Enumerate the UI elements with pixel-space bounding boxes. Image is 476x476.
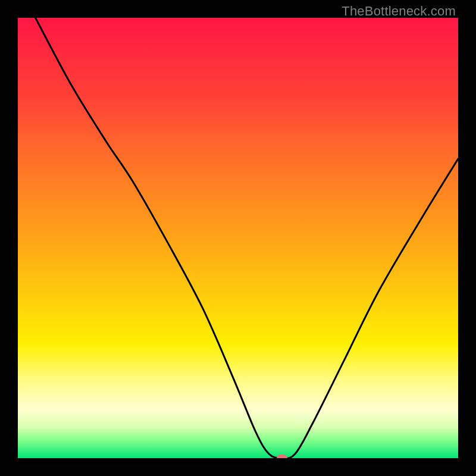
chart-frame: TheBottleneck.com: [0, 0, 476, 476]
bottleneck-curve: [36, 18, 458, 458]
optimum-marker: [277, 455, 287, 458]
watermark-text: TheBottleneck.com: [342, 4, 456, 19]
curve-layer: [18, 18, 458, 458]
plot-area: [18, 18, 458, 458]
